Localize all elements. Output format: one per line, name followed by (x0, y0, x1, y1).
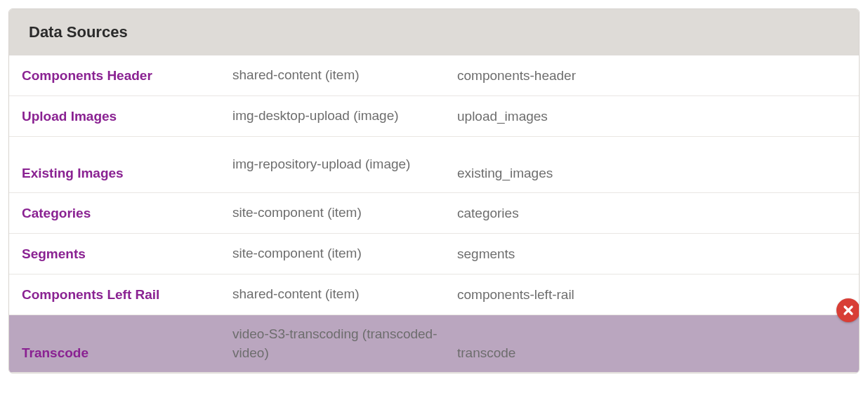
panel-title: Data Sources (9, 9, 859, 55)
row-type: img-desktop-upload (image) (232, 107, 457, 126)
row-type: shared-content (item) (232, 66, 457, 85)
table-row[interactable]: Upload Images img-desktop-upload (image)… (9, 96, 859, 137)
row-type: shared-content (item) (232, 285, 457, 304)
table-row[interactable]: Segments site-component (item) segments (9, 234, 859, 274)
row-name-link[interactable]: Segments (22, 246, 232, 262)
row-name-link[interactable]: Upload Images (22, 109, 232, 124)
table-row[interactable]: Existing Images img-repository-upload (i… (9, 137, 859, 193)
row-type: video-S3-transcoding (transcoded-video) (232, 325, 457, 362)
close-icon (842, 304, 855, 317)
row-id: categories (457, 206, 846, 221)
row-type: site-component (item) (232, 204, 457, 223)
row-name-link[interactable]: Existing Images (22, 166, 232, 183)
row-id: upload_images (457, 109, 846, 124)
row-id: components-header (457, 68, 846, 84)
delete-row-button[interactable] (836, 298, 860, 322)
row-name-link[interactable]: Categories (22, 206, 232, 221)
row-type: site-component (item) (232, 244, 457, 263)
table-row[interactable]: Components Header shared-content (item) … (9, 55, 859, 96)
table-row[interactable]: Categories site-component (item) categor… (9, 193, 859, 234)
table-row-selected[interactable]: Transcode video-S3-transcoding (transcod… (9, 315, 859, 373)
row-id: existing_images (457, 166, 846, 183)
row-id: transcode (457, 345, 846, 362)
row-type: img-repository-upload (image) (232, 155, 457, 174)
row-name-link[interactable]: Components Header (22, 68, 232, 84)
data-sources-panel: Data Sources Components Header shared-co… (8, 8, 860, 373)
row-name-link[interactable]: Components Left Rail (22, 287, 232, 303)
row-name-link[interactable]: Transcode (22, 345, 232, 362)
row-id: segments (457, 246, 846, 262)
table-row[interactable]: Components Left Rail shared-content (ite… (9, 274, 859, 315)
row-id: components-left-rail (457, 287, 846, 303)
